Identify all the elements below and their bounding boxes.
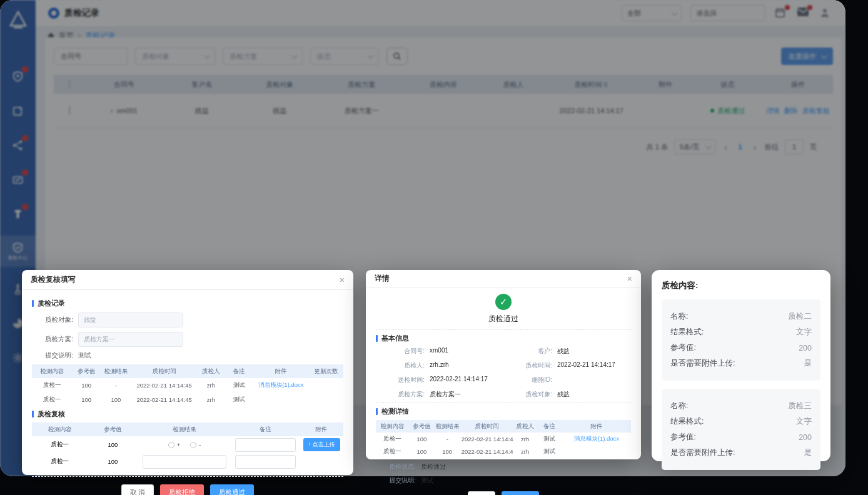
record-col: 检测内容 xyxy=(32,368,73,376)
detect-col: 参考值 xyxy=(409,422,435,431)
record-col: 更新次数 xyxy=(309,368,343,376)
detect-col: 质检人 xyxy=(513,422,537,431)
review-row: 质检一 100 + - ↑ 点击上传 xyxy=(32,436,343,453)
qc-item-card: 名称:质检三 结果格式:文字 参考值:200 是否需要附件上传:是 xyxy=(662,389,820,470)
result-text: 质检通过 xyxy=(488,314,518,324)
close-icon[interactable]: × xyxy=(340,276,345,284)
plan-input[interactable] xyxy=(78,332,183,347)
remark-input[interactable] xyxy=(235,438,296,452)
review-modal: 质检复核填写 × 质检记录 质检对象: 质检方案: 提交说明: 测试 检测内容 … xyxy=(22,270,353,475)
detect-col: 备注 xyxy=(537,422,562,431)
record-col: 附件 xyxy=(253,368,310,376)
result-input[interactable] xyxy=(143,455,226,469)
plan-label: 质检方案: xyxy=(32,335,73,344)
section-review-title: 质检复核 xyxy=(32,409,343,419)
detect-row: 质检一 100 100 2022-02-21 14:14:45 zrh 测试 xyxy=(376,445,631,458)
record-row: 质检一 100 100 2022-02-21 14:14:45 zrh 测试 xyxy=(32,392,343,407)
qc-item-card: 名称:质检二 结果格式:文字 参考值:200 是否需要附件上传:是 xyxy=(662,299,820,381)
object-input[interactable] xyxy=(78,312,183,328)
pass-button[interactable]: 质检通过 xyxy=(210,484,254,495)
detect-row: 质检一 100 - 2022-02-21 14:14:45 zrh 测试 消息模… xyxy=(376,432,631,445)
section-basic-title: 基本信息 xyxy=(376,334,631,343)
review-modal-title: 质检复核填写 xyxy=(31,274,76,285)
review-row: 质检一 100 xyxy=(32,453,343,470)
remark-input[interactable] xyxy=(235,455,296,469)
back-button[interactable]: 返 回 xyxy=(468,491,495,495)
detail-modal-title: 详情 xyxy=(375,273,390,284)
object-label: 质检对象: xyxy=(32,316,73,324)
record-col: 质检时间 xyxy=(131,368,197,376)
note-value: 测试 xyxy=(421,476,433,485)
attachment-link[interactable]: 消息模块(1).docx xyxy=(574,435,619,442)
radio-circle-icon xyxy=(168,442,174,448)
attachment-link[interactable]: 消息模块(1).docx xyxy=(258,381,303,388)
upload-button[interactable]: ↑ 点击上传 xyxy=(303,438,340,451)
detect-col: 检测内容 xyxy=(376,422,409,431)
reject-button[interactable]: 质检拒绝 xyxy=(160,484,204,495)
radio-fail[interactable]: - xyxy=(190,441,201,448)
cancel-button[interactable]: 取 消 xyxy=(121,484,154,495)
divider xyxy=(376,402,631,403)
review-col: 备注 xyxy=(231,426,300,434)
qc-content-panel: 质检内容: 名称:质检二 结果格式:文字 参考值:200 是否需要附件上传:是 … xyxy=(652,270,830,461)
radio-pass[interactable]: + xyxy=(168,441,181,448)
status-value: 质检通过 xyxy=(421,462,446,471)
section-record-title: 质检记录 xyxy=(32,299,343,308)
section-detect-title: 检测详情 xyxy=(376,407,631,416)
divider xyxy=(32,476,343,477)
record-table: 检测内容 参考值 检测结果 质检时间 质检人 备注 附件 更新次数 质检一 10… xyxy=(32,364,343,407)
record-col: 备注 xyxy=(225,368,253,376)
result-banner: ✓ 质检通过 xyxy=(376,294,631,324)
detect-col: 附件 xyxy=(562,422,631,431)
detect-col: 质检时间 xyxy=(460,422,514,431)
export-pdf-button[interactable]: 导出PDF xyxy=(502,491,539,495)
check-circle-icon: ✓ xyxy=(495,294,512,310)
basic-info: 合同号:xm001 客户:残益 质检人:zrh.zrh 质检时间:2022-02… xyxy=(376,347,631,399)
review-col: 参考值 xyxy=(88,426,138,434)
record-col: 检测结果 xyxy=(101,368,132,376)
close-icon[interactable]: × xyxy=(627,274,632,283)
review-col: 检测内容 xyxy=(32,426,88,434)
review-col: 检测结果 xyxy=(138,426,231,434)
review-table: 检测内容 参考值 检测结果 备注 附件 质检一 100 + - ↑ 点击上传 质… xyxy=(32,422,343,470)
review-col: 附件 xyxy=(300,426,343,434)
detect-col: 检测结果 xyxy=(435,422,460,431)
status-label: 质检状态: xyxy=(376,462,416,471)
note-value: 测试 xyxy=(78,351,91,360)
upload-icon: ↑ xyxy=(308,441,311,448)
detect-table: 检测内容 参考值 检测结果 质检时间 质检人 备注 附件 质检一 100 - 2… xyxy=(376,420,631,458)
record-row: 质检一 100 - 2022-02-21 14:14:45 zrh 测试 消息模… xyxy=(32,378,343,392)
note-label: 提交说明: xyxy=(32,351,73,360)
record-col: 参考值 xyxy=(73,368,101,376)
radio-circle-icon xyxy=(190,442,196,448)
detail-modal: 详情 × ✓ 质检通过 基本信息 合同号:xm001 客户:残益 质检人:zrh… xyxy=(366,270,641,459)
panel-title: 质检内容: xyxy=(662,280,820,291)
note-label: 提交说明: xyxy=(376,476,416,485)
record-col: 质检人 xyxy=(197,368,225,376)
divider xyxy=(376,329,631,330)
